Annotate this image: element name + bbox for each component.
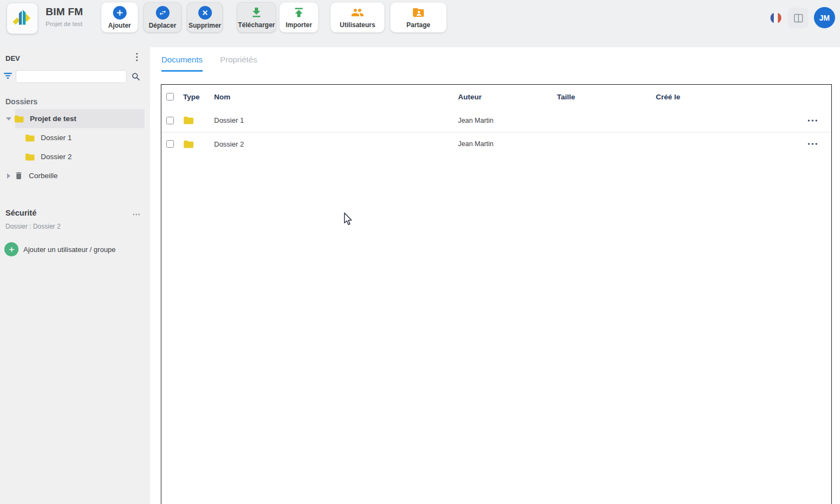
- row-author: Jean Martin: [458, 117, 557, 124]
- folder-icon: [14, 115, 24, 123]
- split-view-icon[interactable]: [788, 8, 808, 28]
- documents-table: Type Nom Auteur Taille Créé le Dossier 1…: [161, 84, 832, 504]
- folder-icon: [25, 153, 35, 161]
- column-header-nom: Nom: [214, 93, 458, 101]
- share-button[interactable]: Partage: [390, 2, 447, 33]
- row-name: Dossier 1: [214, 116, 458, 124]
- app-title: BIM FM: [46, 6, 83, 18]
- users-icon: [350, 6, 365, 19]
- select-all-checkbox[interactable]: [166, 93, 174, 100]
- add-button[interactable]: Ajouter: [101, 2, 138, 33]
- add-user-group-label: Ajouter un utilisateur / groupe: [23, 245, 116, 254]
- main-content: Documents Propriétés Type Nom Auteur Tai…: [150, 47, 840, 504]
- download-button[interactable]: Télécharger: [237, 2, 276, 33]
- folder-share-icon: [411, 6, 425, 19]
- row-checkbox[interactable]: [166, 140, 174, 148]
- plus-icon: [4, 242, 18, 256]
- column-header-type: Type: [183, 93, 214, 101]
- search-icon[interactable]: [131, 72, 141, 82]
- table-header-row: Type Nom Auteur Taille Créé le: [161, 85, 831, 109]
- chevron-down-icon[interactable]: [6, 117, 11, 121]
- row-actions-icon[interactable]: [808, 119, 817, 122]
- close-icon: [198, 6, 212, 20]
- table-row[interactable]: Dossier 1 Jean Martin: [161, 109, 831, 132]
- folder-tree: Projet de test Dossier 1 Dossier 2 Corbe…: [0, 109, 150, 185]
- tab-proprietes[interactable]: Propriétés: [220, 55, 257, 72]
- folders-heading: Dossiers: [5, 97, 150, 106]
- logo-icon: [11, 7, 34, 30]
- folder-icon: [25, 134, 35, 142]
- tree-item-dossier-2[interactable]: Dossier 2: [0, 147, 150, 166]
- column-header-auteur: Auteur: [458, 93, 557, 101]
- filter-icon[interactable]: [3, 72, 12, 81]
- move-icon: [156, 6, 170, 20]
- row-author: Jean Martin: [458, 140, 557, 148]
- row-name: Dossier 2: [214, 140, 458, 148]
- sidebar-menu-icon[interactable]: [134, 52, 140, 65]
- sidebar: DEV Dossiers Projet de test Dossier 1 Do…: [0, 47, 150, 504]
- folder-icon: [183, 140, 195, 149]
- add-user-group-button[interactable]: Ajouter un utilisateur / groupe: [4, 242, 150, 256]
- upload-icon: [292, 6, 305, 19]
- trash-icon: [14, 171, 23, 180]
- delete-button[interactable]: Supprimer: [187, 2, 223, 33]
- folder-icon: [183, 116, 195, 125]
- app-subtitle: Projet de test: [46, 21, 83, 27]
- app-title-block: BIM FM Projet de test: [46, 6, 83, 27]
- tree-item-projet-de-test[interactable]: Projet de test: [0, 109, 150, 128]
- environment-label: DEV: [5, 54, 20, 62]
- tree-item-corbeille[interactable]: Corbeille: [0, 166, 150, 185]
- import-button[interactable]: Importer: [279, 2, 318, 33]
- app-header: BIM FM Projet de test Ajouter Déplacer S…: [0, 0, 840, 47]
- plus-icon: [113, 6, 127, 20]
- tab-bar: Documents Propriétés: [161, 55, 840, 72]
- security-title: Sécurité: [5, 209, 36, 217]
- table-row[interactable]: Dossier 2 Jean Martin: [161, 132, 831, 155]
- chevron-right-icon[interactable]: [7, 173, 10, 179]
- users-button[interactable]: Utilisateurs: [330, 2, 385, 33]
- security-panel: Sécurité Dossier : Dossier 2 Ajouter un …: [0, 208, 150, 256]
- tab-documents[interactable]: Documents: [161, 55, 203, 72]
- column-header-taille: Taille: [557, 93, 656, 101]
- column-header-cree-le: Créé le: [656, 93, 797, 101]
- security-context: Dossier : Dossier 2: [5, 223, 150, 230]
- move-button[interactable]: Déplacer: [143, 2, 181, 33]
- security-menu-icon[interactable]: [133, 208, 140, 218]
- row-actions-icon[interactable]: [808, 143, 817, 145]
- row-checkbox[interactable]: [166, 117, 174, 124]
- download-icon: [250, 6, 263, 19]
- user-avatar[interactable]: JM: [814, 7, 835, 28]
- search-input[interactable]: [16, 70, 127, 83]
- tree-item-dossier-1[interactable]: Dossier 1: [0, 128, 150, 147]
- app-logo[interactable]: [7, 3, 37, 34]
- language-flag-icon[interactable]: [770, 12, 782, 24]
